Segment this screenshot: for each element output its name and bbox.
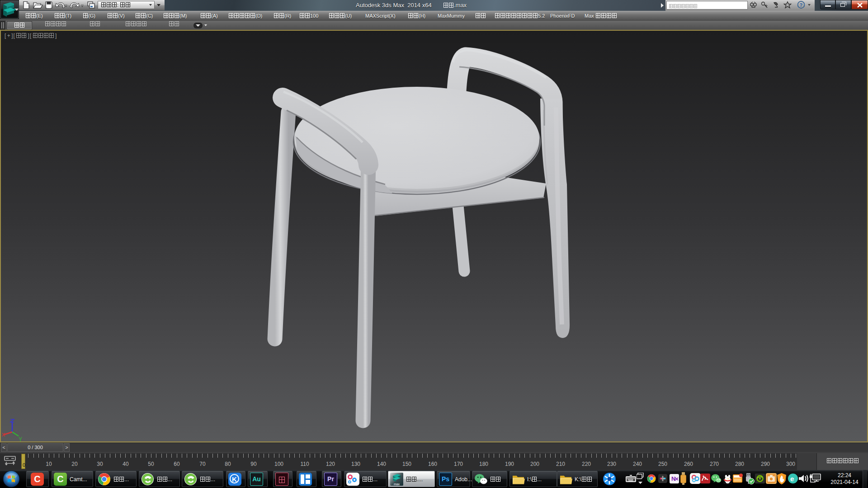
svg-text:e: e: [790, 475, 794, 483]
svg-text:?: ?: [800, 2, 803, 8]
svg-text:N: N: [671, 475, 675, 482]
